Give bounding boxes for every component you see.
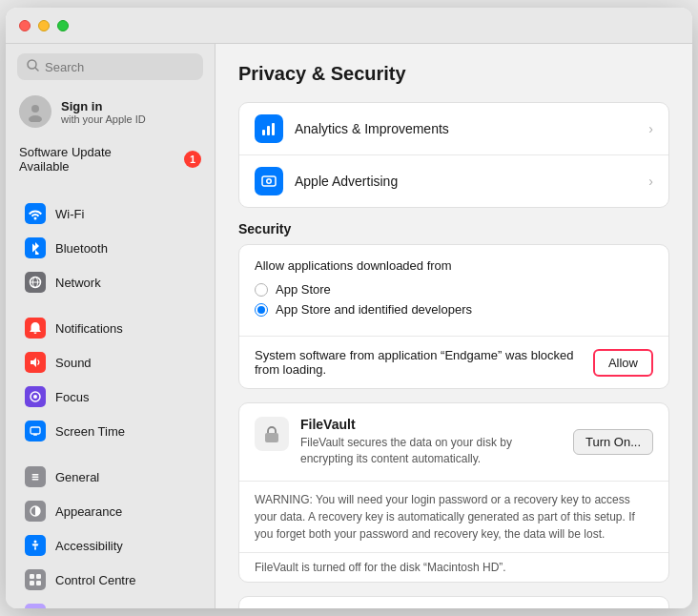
- svg-rect-16: [32, 479, 39, 481]
- sidebar-item-siri[interactable]: Siri & Spotlight: [11, 598, 209, 608]
- analytics-icon: [255, 114, 283, 143]
- svg-point-9: [33, 395, 37, 399]
- svg-rect-19: [30, 574, 34, 579]
- general-icon: [25, 466, 46, 487]
- sidebar: Sign in with your Apple ID Software Upda…: [6, 44, 216, 608]
- security-section: Security Allow applications downloaded f…: [238, 221, 669, 389]
- sidebar-label-bluetooth: Bluetooth: [55, 241, 108, 256]
- sidebar-item-accessibility[interactable]: Accessibility: [11, 529, 209, 562]
- user-signin-label: Sign in: [61, 99, 146, 113]
- sidebar-label-siri: Siri & Spotlight: [55, 607, 136, 609]
- svg-rect-26: [267, 126, 270, 135]
- svg-point-2: [31, 105, 39, 113]
- appearance-icon: [25, 501, 46, 522]
- app-window: Sign in with your Apple ID Software Upda…: [6, 8, 692, 608]
- filevault-desc: FileVault secures the data on your disk …: [300, 435, 562, 467]
- svg-marker-7: [31, 358, 36, 367]
- sidebar-label-sound: Sound: [55, 356, 92, 370]
- sidebar-label-appearance: Appearance: [55, 504, 122, 519]
- svg-point-18: [34, 541, 37, 544]
- network-icon: [25, 272, 46, 293]
- minimize-button[interactable]: [38, 20, 50, 31]
- notifications-icon: [25, 318, 46, 339]
- radio-appstore-row[interactable]: App Store: [255, 282, 653, 297]
- user-appleid-label: with your Apple ID: [61, 113, 146, 125]
- focus-icon: [25, 386, 46, 407]
- sidebar-item-sound[interactable]: Sound: [11, 346, 209, 379]
- top-section-card: Analytics & Improvements › Apple Adverti…: [238, 102, 669, 208]
- sidebar-item-appearance[interactable]: Appearance: [11, 495, 209, 527]
- lockdown-card: Lockdown Mode Lockdown Mode is an extrem…: [238, 596, 669, 608]
- analytics-label: Analytics & Improvements: [295, 121, 637, 136]
- search-input[interactable]: [45, 60, 194, 74]
- bluetooth-icon: [25, 237, 46, 258]
- sidebar-label-screentime: Screen Time: [55, 424, 125, 439]
- user-info: Sign in with your Apple ID: [61, 99, 146, 125]
- sound-icon: [25, 352, 46, 373]
- wifi-icon: [25, 203, 46, 224]
- security-section-label: Security: [238, 221, 669, 236]
- page-title: Privacy & Security: [238, 63, 669, 85]
- sidebar-label-focus: Focus: [55, 390, 89, 404]
- close-button[interactable]: [19, 20, 31, 31]
- sidebar-label-network: Network: [55, 276, 101, 290]
- search-box[interactable]: [17, 53, 203, 80]
- advertising-row[interactable]: Apple Advertising ›: [239, 155, 668, 207]
- sidebar-label-general: General: [55, 470, 99, 484]
- filevault-status: FileVault is turned off for the disk “Ma…: [239, 553, 668, 582]
- search-icon: [27, 58, 39, 75]
- sidebar-item-controlcentre[interactable]: Control Centre: [11, 564, 209, 596]
- radio-appstore-label: App Store: [276, 282, 331, 297]
- sidebar-item-screentime[interactable]: Screen Time: [11, 415, 209, 447]
- filevault-turnon-button[interactable]: Turn On...: [573, 429, 653, 455]
- user-profile[interactable]: Sign in with your Apple ID: [6, 88, 215, 135]
- svg-point-30: [268, 180, 271, 183]
- filevault-info: FileVault FileVault secures the data on …: [300, 417, 562, 467]
- security-card: Allow applications downloaded from App S…: [238, 244, 669, 389]
- sidebar-item-general[interactable]: General: [11, 461, 209, 493]
- filevault-title: FileVault: [300, 417, 562, 432]
- avatar: [19, 95, 51, 128]
- analytics-row[interactable]: Analytics & Improvements ›: [239, 103, 668, 155]
- update-badge: 1: [184, 151, 201, 168]
- svg-rect-31: [265, 433, 278, 442]
- sidebar-item-network[interactable]: Network: [11, 266, 209, 298]
- sidebar-item-bluetooth[interactable]: Bluetooth: [11, 232, 209, 264]
- sidebar-item-wifi[interactable]: Wi-Fi: [11, 197, 209, 230]
- svg-rect-10: [31, 427, 40, 434]
- svg-rect-20: [36, 574, 41, 579]
- allow-apps-inner: Allow applications downloaded from App S…: [239, 245, 668, 336]
- radio-developers-row[interactable]: App Store and identified developers: [255, 302, 653, 317]
- svg-point-3: [29, 115, 42, 122]
- radio-developers-label: App Store and identified developers: [276, 302, 472, 317]
- siri-icon: [25, 604, 46, 608]
- radio-appstore-developers[interactable]: [255, 303, 268, 317]
- blocked-text: System software from application “Endgam…: [255, 348, 582, 377]
- allow-apps-title: Allow applications downloaded from: [255, 258, 653, 273]
- radio-appstore[interactable]: [255, 283, 268, 297]
- software-update-row[interactable]: Software UpdateAvailable 1: [6, 139, 215, 179]
- advertising-chevron: ›: [648, 174, 653, 189]
- controlcentre-icon: [25, 569, 46, 590]
- svg-rect-14: [32, 474, 39, 476]
- titlebar: [6, 8, 692, 44]
- main-content: Privacy & Security Analytics & Improveme…: [216, 44, 692, 608]
- accessibility-icon: [25, 535, 46, 556]
- sidebar-item-notifications[interactable]: Notifications: [11, 312, 209, 344]
- allow-button[interactable]: Allow: [593, 349, 653, 377]
- sidebar-label-controlcentre: Control Centre: [55, 573, 136, 587]
- advertising-icon: [255, 167, 283, 195]
- sidebar-label-accessibility: Accessibility: [55, 539, 123, 553]
- svg-rect-15: [32, 477, 39, 479]
- blocked-app-row: System software from application “Endgam…: [239, 336, 668, 388]
- sidebar-label-notifications: Notifications: [55, 321, 123, 336]
- maximize-button[interactable]: [57, 20, 69, 31]
- filevault-card: FileVault FileVault secures the data on …: [238, 402, 669, 583]
- sidebar-label-wifi: Wi-Fi: [55, 207, 84, 221]
- svg-rect-27: [272, 123, 275, 135]
- sidebar-item-focus[interactable]: Focus: [11, 380, 209, 413]
- filevault-top: FileVault FileVault secures the data on …: [239, 403, 668, 482]
- svg-line-1: [35, 68, 38, 71]
- svg-rect-22: [36, 581, 41, 585]
- svg-rect-25: [262, 130, 265, 135]
